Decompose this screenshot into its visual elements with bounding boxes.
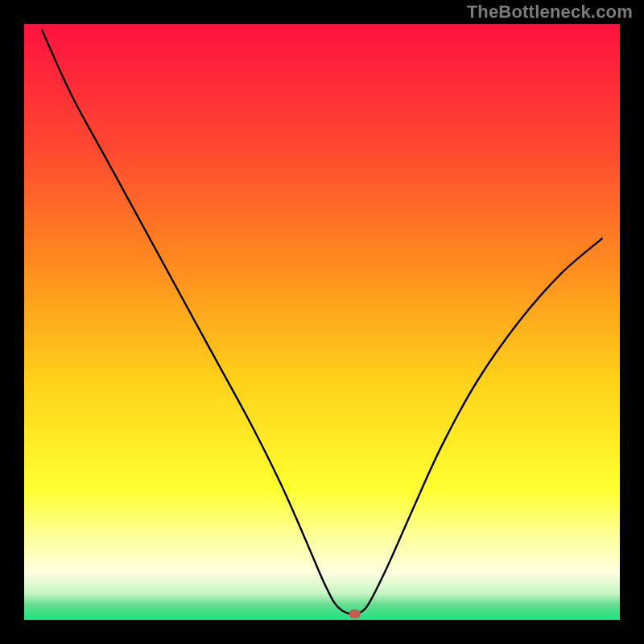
min-marker [349, 609, 361, 618]
plot-background [24, 24, 620, 620]
chart-frame: TheBottleneck.com [0, 0, 644, 644]
bottleneck-chart [0, 0, 644, 644]
watermark-text: TheBottleneck.com [467, 2, 633, 23]
